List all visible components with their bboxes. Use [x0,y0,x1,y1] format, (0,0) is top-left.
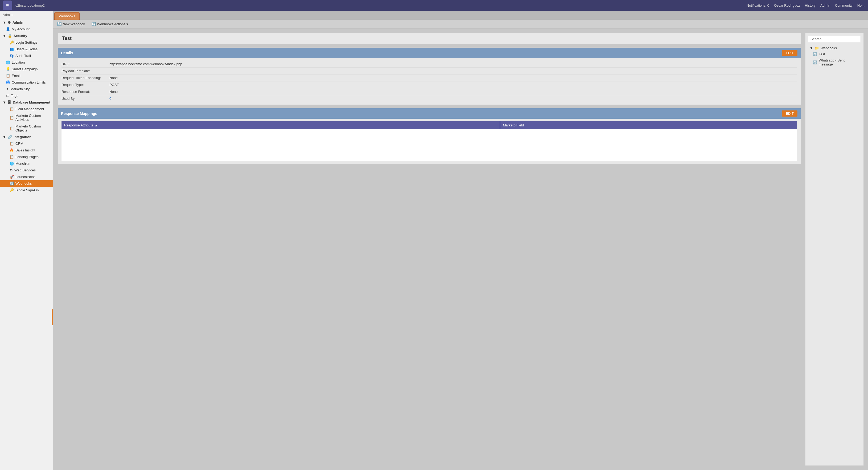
content-area: Webhooks 🔄 New Webhook 🔄 Webhooks Action… [53,11,868,470]
email-icon: 📋 [6,74,10,78]
sidebar-item-tags[interactable]: 🏷 Tags [0,92,53,99]
payload-label: Payload Template: [62,69,110,73]
webhook-actions-button[interactable]: 🔄 Webhooks Actions ▾ [90,21,129,27]
action-bar: 🔄 New Webhook 🔄 Webhooks Actions ▾ [53,20,868,29]
sidebar-item-munchkin[interactable]: 🌐 Munchkin [0,160,53,167]
notifications-link[interactable]: Notifications: 0 [747,3,769,7]
whatsapp-label: Whatsapp - Send message [819,58,859,66]
sidebar: Admin... ▼ ⚙ Admin 👤 My Account ▼ 🔒 Secu… [0,11,53,470]
col-response-attribute: Response Attribute ▲ [62,121,500,129]
admin-link[interactable]: Admin [820,3,830,7]
sidebar-item-crm[interactable]: 📋 CRM [0,140,53,147]
sidebar-item-users-roles[interactable]: 👥 Users & Roles [0,46,53,53]
sidebar-item-webhooks-label: Webhooks [16,182,32,186]
detail-row-token: Request Token Encoding: None [62,74,797,82]
tags-icon: 🏷 [6,94,9,98]
sidebar-item-my-account-label: My Account [12,27,30,31]
sidebar-item-marketo-sky-label: Marketo Sky [10,87,30,91]
sidebar-item-crm-label: CRM [16,142,24,146]
token-label: Request Token Encoding: [62,76,110,80]
sidebar-item-webhooks[interactable]: 🔄 Webhooks [0,180,53,187]
scroll-indicator [52,309,53,325]
right-tree-test[interactable]: 🔄 Test [808,51,861,57]
sidebar-item-audit-trail-label: Audit Trail [16,54,31,58]
logo-icon: ≡ [6,3,9,8]
sidebar-item-users-roles-label: Users & Roles [16,47,37,51]
response-mappings-edit-button[interactable]: EDIT [782,111,798,117]
top-nav-items: Notifications: 0 Oscar Rodriguez History… [747,3,865,7]
sidebar-item-sales-insight[interactable]: 🔥 Sales Insight [0,147,53,154]
sidebar-item-location-label: Location [12,60,25,64]
empty-row [62,129,797,161]
sidebar-item-marketo-sky[interactable]: ✈ Marketo Sky [0,86,53,92]
details-card-body: URL: https://apps.necksmo.com/webhooks/i… [58,58,801,104]
right-tree-whatsapp[interactable]: 🔄 Whatsapp - Send message [808,57,861,67]
sidebar-item-email[interactable]: 📋 Email [0,72,53,79]
webhook-actions-label: Webhooks Actions [97,22,125,26]
url-label: URL: [62,62,110,66]
sidebar-item-audit-trail[interactable]: 👣 Audit Trail [0,53,53,59]
used-by-link[interactable]: 0 [110,97,111,101]
whatsapp-icon: 🔄 [813,60,817,64]
used-by-label: Used By: [62,97,110,101]
custom-objects-icon: 📋 [9,126,14,130]
tab-bar: Webhooks [53,11,868,20]
instance-name[interactable]: c2fosandboxtemp2 [16,3,45,7]
user-menu[interactable]: Oscar Rodriguez [774,3,800,7]
sidebar-item-smart-campaign[interactable]: 💡 Smart Campaign [0,66,53,72]
landing-pages-icon: 📋 [9,155,14,159]
sidebar-item-launchpoint[interactable]: 🚀 LaunchPoint [0,174,53,180]
sidebar-item-web-services[interactable]: ⚙ Web Services [0,167,53,174]
sidebar-item-security[interactable]: ▼ 🔒 Security [0,32,53,39]
app-logo[interactable]: ≡ [3,1,12,10]
database-icon: 🗄 [8,100,11,104]
community-link[interactable]: Community [835,3,852,7]
right-tree-webhooks-root[interactable]: ▼ 📁 Webhooks [808,45,861,51]
history-link[interactable]: History [805,3,815,7]
sidebar-item-landing-pages-label: Landing Pages [16,155,39,159]
webhook-actions-chevron: ▾ [126,22,128,26]
sidebar-item-login-settings[interactable]: 🔑 Login Settings [0,39,53,46]
help-link[interactable]: Hel... [857,3,865,7]
sidebar-item-admin[interactable]: ▼ ⚙ Admin [0,19,53,26]
webhooks-root-icon: 📁 [815,46,819,50]
new-webhook-button[interactable]: 🔄 New Webhook [56,21,86,27]
response-mappings-header: Response Mappings EDIT [58,108,801,119]
sidebar-item-custom-objects-label: Marketo Custom Objects [16,124,50,132]
users-roles-icon: 👥 [9,47,14,51]
sidebar-item-custom-objects[interactable]: 📋 Marketo Custom Objects [0,123,53,134]
webhooks-root-expand-icon: ▼ [810,46,813,50]
page-content: Test Details EDIT URL: https://apps.neck… [53,29,868,470]
sidebar-item-login-settings-label: Login Settings [16,40,37,44]
webhooks-tab[interactable]: Webhooks [54,12,80,20]
sidebar-item-my-account[interactable]: 👤 My Account [0,26,53,32]
sidebar-item-launchpoint-label: LaunchPoint [16,175,35,179]
sidebar-item-landing-pages[interactable]: 📋 Landing Pages [0,154,53,160]
sidebar-item-single-sign-on[interactable]: 🔑 Single Sign-On [0,187,53,193]
sidebar-header: Admin... [0,11,53,19]
sidebar-item-security-label: Security [13,34,27,38]
smart-campaign-icon: 💡 [6,67,10,71]
details-card: Details EDIT URL: https://apps.necksmo.c… [58,48,801,105]
details-card-header: Details EDIT [58,48,801,58]
sidebar-item-location[interactable]: 🌐 Location [0,59,53,66]
main-layout: Admin... ▼ ⚙ Admin 👤 My Account ▼ 🔒 Secu… [0,11,868,470]
detail-row-response-format: Response Format: None [62,88,797,95]
sidebar-item-communication-limits[interactable]: 🌀 Communication Limits [0,79,53,86]
webhooks-root-label: Webhooks [820,46,837,50]
test-label: Test [819,52,825,56]
marketo-sky-icon: ✈ [6,87,9,91]
right-search-input[interactable] [808,36,861,42]
request-type-label: Request Type: [62,83,110,87]
sidebar-item-integration[interactable]: ▼ 🔗 Integration [0,134,53,140]
webhook-actions-icon: 🔄 [91,22,96,26]
response-mappings-tbody [62,129,797,161]
sidebar-item-field-mgmt[interactable]: 📋 Field Management [0,106,53,112]
sidebar-item-database-mgmt[interactable]: ▼ 🗄 Database Management [0,99,53,106]
security-expand-icon: ▼ [3,34,6,38]
url-value: https://apps.necksmo.com/webhooks/index.… [110,62,182,66]
sidebar-item-communication-limits-label: Communication Limits [12,81,46,84]
details-edit-button[interactable]: EDIT [782,50,798,56]
custom-activities-icon: 📋 [9,116,14,120]
sidebar-item-custom-activities[interactable]: 📋 Marketo Custom Activities [0,112,53,123]
